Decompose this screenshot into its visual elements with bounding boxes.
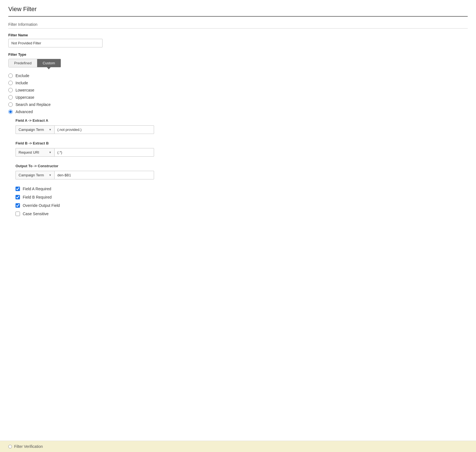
output-dropdown-label: Campaign Term: [19, 173, 44, 177]
advanced-section: Field A -> Extract A Campaign Term ▼ Fie…: [16, 118, 468, 216]
radio-include: Include: [8, 81, 468, 85]
radio-lowercase-label: Lowercase: [16, 88, 34, 92]
filter-name-label: Filter Name: [8, 33, 468, 37]
field-a-dropdown-label: Campaign Term: [19, 128, 44, 132]
field-b-row: Request URI ▼: [16, 148, 468, 157]
output-row: Campaign Term ▼: [16, 171, 468, 179]
radio-uppercase-label: Uppercase: [16, 95, 34, 100]
filter-type-tabs: Predefined Custom: [8, 59, 61, 67]
filter-type-label: Filter Type: [8, 52, 468, 57]
radio-include-input[interactable]: [8, 81, 13, 85]
filter-name-input[interactable]: [8, 39, 103, 47]
radio-lowercase: Lowercase: [8, 88, 468, 92]
field-a-input[interactable]: [54, 125, 154, 134]
field-b-section: Field B -> Extract B Request URI ▼: [16, 141, 468, 157]
field-b-input[interactable]: [54, 148, 154, 157]
filter-type-radio-group: Exclude Include Lowercase Uppercase Sear…: [8, 73, 468, 114]
checkbox-override-output-input[interactable]: [16, 203, 20, 208]
radio-lowercase-input[interactable]: [8, 88, 13, 92]
radio-uppercase-input[interactable]: [8, 95, 13, 100]
radio-search-replace-label: Search and Replace: [16, 102, 51, 107]
radio-search-replace: Search and Replace: [8, 102, 468, 107]
page-container: View Filter Filter Information Filter Na…: [0, 0, 476, 452]
radio-advanced-input[interactable]: [8, 110, 13, 114]
checkbox-field-b-required: Field B Required: [16, 195, 468, 199]
checkbox-field-a-required-label: Field A Required: [23, 187, 51, 191]
tab-custom[interactable]: Custom: [37, 59, 61, 67]
checkbox-field-b-required-input[interactable]: [16, 195, 20, 199]
field-a-chevron-icon: ▼: [49, 128, 52, 131]
field-a-section: Field A -> Extract A Campaign Term ▼: [16, 118, 468, 134]
checkbox-override-output: Override Output Field: [16, 203, 468, 208]
output-chevron-icon: ▼: [49, 174, 52, 177]
tab-predefined[interactable]: Predefined: [9, 59, 37, 67]
page-title: View Filter: [8, 6, 468, 17]
filter-name-group: Filter Name: [8, 33, 468, 47]
checkbox-field-a-required-input[interactable]: [16, 187, 20, 191]
output-dropdown[interactable]: Campaign Term ▼: [16, 171, 54, 179]
bottom-bar: Filter Verification: [0, 441, 476, 452]
bottom-radio-item: Filter Verification: [8, 444, 43, 449]
filter-verification-label: Filter Verification: [14, 444, 43, 449]
advanced-checkboxes: Field A Required Field B Required Overri…: [16, 187, 468, 216]
checkbox-field-a-required: Field A Required: [16, 187, 468, 191]
filter-type-section: Filter Type Predefined Custom: [8, 52, 468, 67]
radio-advanced-label: Advanced: [16, 110, 33, 114]
output-input[interactable]: [54, 171, 154, 179]
radio-include-label: Include: [16, 81, 28, 85]
radio-advanced: Advanced: [8, 110, 468, 114]
field-a-label: Field A -> Extract A: [16, 118, 468, 123]
radio-exclude-input[interactable]: [8, 73, 13, 78]
field-a-row: Campaign Term ▼: [16, 125, 468, 134]
output-section: Output To -> Constructor Campaign Term ▼: [16, 164, 468, 179]
checkbox-case-sensitive-input[interactable]: [16, 212, 20, 216]
checkbox-override-output-label: Override Output Field: [23, 203, 60, 208]
field-a-dropdown[interactable]: Campaign Term ▼: [16, 125, 54, 134]
checkbox-case-sensitive: Case Sensitive: [16, 212, 468, 216]
filter-verification-radio[interactable]: [8, 445, 12, 448]
field-b-chevron-icon: ▼: [49, 151, 52, 154]
field-b-label: Field B -> Extract B: [16, 141, 468, 145]
radio-uppercase: Uppercase: [8, 95, 468, 100]
section-header: Filter Information: [8, 22, 468, 29]
radio-search-replace-input[interactable]: [8, 102, 13, 107]
radio-exclude: Exclude: [8, 73, 468, 78]
checkbox-case-sensitive-label: Case Sensitive: [23, 212, 48, 216]
field-b-dropdown-label: Request URI: [19, 150, 39, 154]
checkbox-field-b-required-label: Field B Required: [23, 195, 52, 199]
field-b-dropdown[interactable]: Request URI ▼: [16, 148, 54, 157]
radio-exclude-label: Exclude: [16, 73, 29, 78]
output-label: Output To -> Constructor: [16, 164, 468, 168]
